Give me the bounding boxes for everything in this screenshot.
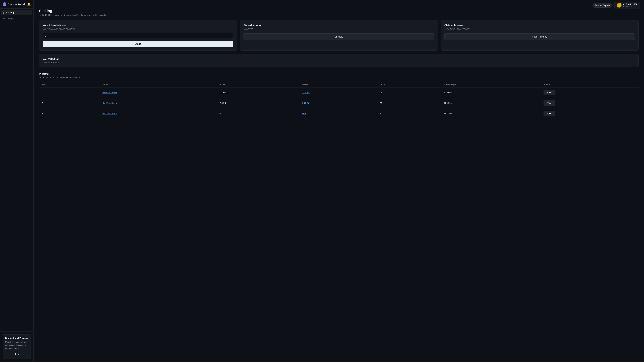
table-row: 2 0xfD1c...D74c 20000 5 GPUs 24 12.50% V… (39, 98, 639, 108)
wallet-address: 0xFc4d...1908 (623, 3, 638, 5)
sidebar-header: 🐦 Cuckoo Portal 🔔 (0, 0, 33, 8)
col-miner: Miner (100, 81, 217, 87)
stake-amount-input[interactable] (43, 33, 233, 39)
staked-amount-label: Staked amount (244, 24, 434, 27)
wallet-avatar (617, 3, 622, 7)
cell-gpus-1[interactable]: 5 GPUs (299, 98, 377, 108)
table-header-row: Rank Miner Votes GPUs CPUs RAM Usage Act… (39, 81, 639, 87)
wallet-balance: 0.024 ETH (623, 5, 638, 7)
vote-button-0[interactable]: Vote (544, 90, 555, 95)
claimable-reward-label: Claimable reward (444, 24, 635, 27)
discord-card: Discord and Forums Unlock all potentials… (3, 334, 31, 359)
cell-rank-2: 3 (39, 108, 100, 119)
vote-button-1[interactable]: Vote (544, 100, 555, 106)
cell-ram-1: 12.50% (441, 98, 541, 108)
notification-bell-icon[interactable]: 🔔 (27, 3, 31, 6)
col-votes: Votes (217, 81, 299, 87)
cell-gpus-2[interactable]: N/A (299, 108, 377, 119)
sidebar: 🐦 Cuckoo Portal 🔔 ⌂ Staking ◇ Faucet Dis… (0, 0, 34, 362)
page-title: Staking (39, 9, 639, 13)
sidebar-item-staking[interactable]: ⌂ Staking (1, 10, 32, 15)
staked-amount-card: Staked amount 1000000.0 Unstake (240, 20, 438, 51)
claimable-reward-value: 1779.334094368340943683 (444, 28, 635, 30)
staking-icon: ⌂ (3, 11, 4, 14)
miners-subtitle: Votes below are calculated every 30 Minu… (39, 76, 639, 79)
table-row: 1 0xFc4d...1908 1000000 1 GPUs 16 62.50%… (39, 87, 639, 98)
claimable-reward-card: Claimable reward 1779.334094368340943683… (440, 20, 639, 51)
main-content: Testnet Sepolia 0xFc4d...1908 0.024 ETH … (34, 0, 644, 362)
cell-action-1[interactable]: Vote (541, 98, 639, 108)
cell-rank-0: 1 (39, 87, 100, 98)
staking-label: Staking (6, 11, 14, 14)
vote-button-2[interactable]: Vote (544, 111, 555, 116)
cell-votes-0: 1000000 (217, 87, 299, 98)
wallet-info[interactable]: 0xFc4d...1908 0.024 ETH (614, 2, 640, 9)
voted-for-title: You Voted for (43, 57, 635, 60)
col-rank: Rank (39, 81, 100, 87)
token-balance-label: Your token balance (43, 24, 233, 27)
network-badge[interactable]: Testnet Sepolia (592, 3, 612, 7)
cell-miner-2[interactable]: 0x079d...91C8 (100, 108, 217, 119)
cell-votes-1: 20000 (217, 98, 299, 108)
col-action: Action (541, 81, 639, 87)
cell-votes-2: 0 (217, 108, 299, 119)
cell-rank-1: 2 (39, 98, 100, 108)
voted-for-card: You Voted for 0xFc4d0E-661908 (39, 54, 639, 67)
cards-row: Your token balance 898780099.99988280060… (39, 20, 639, 51)
faucet-label: Faucet (7, 17, 14, 20)
cell-miner-0[interactable]: 0xFc4d...1908 (100, 87, 217, 98)
cell-ram-0: 62.50% (441, 87, 541, 98)
page-header: Staking Stake CUC to secure the decentra… (39, 7, 639, 16)
staked-amount-value: 1000000.0 (244, 28, 434, 30)
wallet-text: 0xFc4d...1908 0.024 ETH (623, 3, 638, 7)
voted-for-value: 0xFc4d0E-661908 (43, 61, 635, 64)
col-ram-usage: RAM Usage (441, 81, 541, 87)
page-subtitle: Stake CUC to secure the decentralized AI… (39, 14, 639, 16)
cell-gpus-0[interactable]: 1 GPUs (299, 87, 377, 98)
cell-ram-2: 18.75% (441, 108, 541, 119)
miners-section: Miners Votes below are calculated every … (39, 72, 639, 118)
app-logo-icon: 🐦 (3, 2, 6, 6)
claim-rewards-button[interactable]: Claim rewards (444, 33, 635, 40)
miners-title: Miners (39, 72, 639, 76)
cell-action-2[interactable]: Vote (541, 108, 639, 119)
unstake-button[interactable]: Unstake (244, 33, 434, 40)
miners-table: Rank Miner Votes GPUs CPUs RAM Usage Act… (39, 81, 639, 118)
sidebar-item-faucet[interactable]: ◇ Faucet (1, 16, 32, 21)
topbar: Testnet Sepolia 0xFc4d...1908 0.024 ETH (588, 0, 644, 10)
cell-cpus-1: 24 (377, 98, 441, 108)
sidebar-bottom: Discord and Forums Unlock all potentials… (0, 332, 33, 362)
col-cpus: CPUs (377, 81, 441, 87)
app-title: Cuckoo Portal (8, 3, 25, 6)
join-button[interactable]: Join (5, 352, 28, 357)
discord-description: Unlock all potentials and get unlimited … (5, 341, 28, 350)
faucet-icon: ◇ (3, 17, 5, 20)
cell-action-0[interactable]: Vote (541, 87, 639, 98)
stake-button[interactable]: Stake (43, 41, 233, 47)
col-gpus: GPUs (299, 81, 377, 87)
cell-miner-1[interactable]: 0xfD1c...D74c (100, 98, 217, 108)
cell-cpus-0: 16 (377, 87, 441, 98)
table-row: 3 0x079d...91C8 0 N/A 4 18.75% Vote (39, 108, 639, 119)
discord-title: Discord and Forums (5, 337, 28, 340)
cell-cpus-2: 4 (377, 108, 441, 119)
sidebar-nav: ⌂ Staking ◇ Faucet (0, 8, 33, 332)
token-balance-card: Your token balance 898780099.99988280060… (39, 20, 237, 51)
token-balance-value: 898780099.999882800608828006 (43, 28, 233, 30)
